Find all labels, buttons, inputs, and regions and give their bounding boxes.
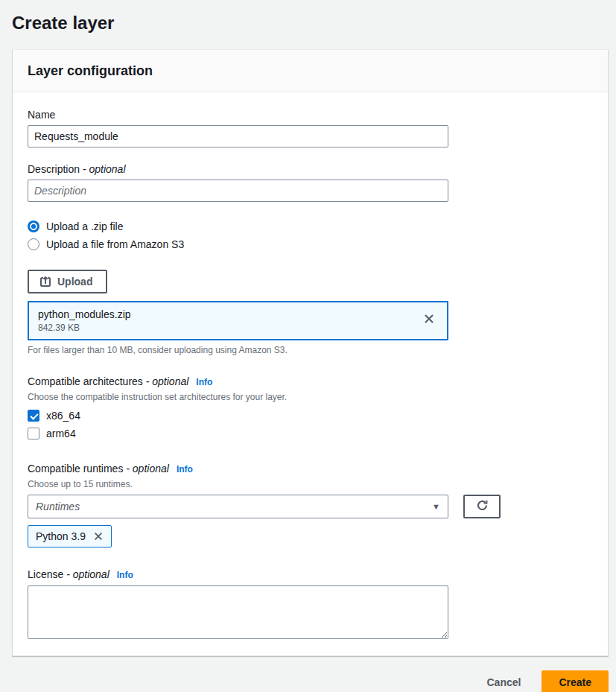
uploaded-file-size: 842.39 KB	[38, 322, 420, 334]
license-textarea[interactable]	[28, 585, 448, 639]
remove-runtime-button[interactable]	[92, 530, 105, 543]
create-button[interactable]: Create	[542, 670, 609, 692]
name-input[interactable]	[28, 125, 448, 147]
radio-upload-s3[interactable]: Upload a file from Amazon S3	[28, 235, 593, 253]
license-label: License - optionalInfo	[28, 567, 593, 583]
panel-body: Name Description - optional Upload a .zi…	[13, 92, 608, 656]
name-field: Name	[28, 107, 593, 147]
upload-source-radio-group: Upload a .zip file Upload a file from Am…	[28, 218, 593, 253]
runtimes-select-row: Runtimes ▼	[28, 495, 593, 518]
compatible-runtimes-section: Compatible runtimes - optionalInfo Choos…	[28, 461, 593, 547]
runtimes-select-placeholder: Runtimes	[36, 501, 432, 512]
close-icon	[423, 316, 435, 327]
checkbox-unchecked-icon[interactable]	[28, 428, 39, 439]
form-actions: Cancel Create	[12, 670, 609, 692]
name-label: Name	[28, 107, 593, 122]
upload-icon	[39, 276, 51, 288]
checkbox-checked-icon[interactable]	[28, 410, 39, 422]
layer-configuration-panel: Layer configuration Name Description - o…	[12, 49, 609, 656]
architectures-label: Compatible architectures - optionalInfo	[28, 374, 593, 390]
checkbox-x86-64-label: x86_64	[46, 410, 80, 422]
checkbox-arm64[interactable]: arm64	[28, 425, 593, 442]
runtimes-info-link[interactable]: Info	[177, 464, 193, 474]
radio-upload-zip-label: Upload a .zip file	[46, 218, 124, 235]
remove-file-button[interactable]	[420, 310, 438, 328]
license-section: License - optionalInfo	[28, 567, 593, 639]
radio-upload-s3-label: Upload a file from Amazon S3	[46, 236, 184, 253]
description-input[interactable]	[28, 180, 448, 202]
uploaded-file-meta: python_modules.zip 842.39 KB	[38, 307, 420, 334]
close-icon	[93, 533, 104, 544]
architectures-description: Choose the compatible instruction set ar…	[28, 391, 593, 403]
compatible-architectures-section: Compatible architectures - optionalInfo …	[28, 374, 593, 442]
radio-unselected-icon[interactable]	[28, 238, 39, 250]
upload-button-label: Upload	[57, 276, 92, 288]
checkbox-arm64-label: arm64	[46, 428, 76, 439]
runtime-token-python39: Python 3.9	[28, 525, 112, 547]
chevron-down-icon: ▼	[432, 502, 440, 511]
radio-upload-zip[interactable]: Upload a .zip file	[28, 218, 593, 235]
runtimes-select[interactable]: Runtimes ▼	[28, 495, 448, 518]
uploaded-file-card: python_modules.zip 842.39 KB	[28, 301, 448, 340]
radio-selected-icon[interactable]	[28, 220, 39, 232]
runtimes-description: Choose up to 15 runtimes.	[28, 478, 593, 490]
runtimes-label: Compatible runtimes - optionalInfo	[28, 461, 593, 477]
description-label: Description - optional	[28, 162, 593, 177]
architectures-info-link[interactable]: Info	[196, 377, 212, 387]
upload-button[interactable]: Upload	[28, 270, 107, 293]
page-title: Create layer	[12, 11, 604, 35]
uploaded-file-name: python_modules.zip	[38, 307, 420, 322]
panel-header-title: Layer configuration	[28, 63, 593, 79]
refresh-icon	[476, 499, 489, 514]
panel-header: Layer configuration	[13, 50, 608, 92]
cancel-button[interactable]: Cancel	[486, 676, 521, 688]
runtime-token-label: Python 3.9	[36, 530, 86, 542]
refresh-runtimes-button[interactable]	[463, 495, 501, 518]
description-field: Description - optional	[28, 162, 593, 202]
file-size-helper-text: For files larger than 10 MB, consider up…	[28, 344, 593, 356]
checkbox-x86-64[interactable]: x86_64	[28, 407, 593, 424]
license-info-link[interactable]: Info	[117, 570, 133, 580]
